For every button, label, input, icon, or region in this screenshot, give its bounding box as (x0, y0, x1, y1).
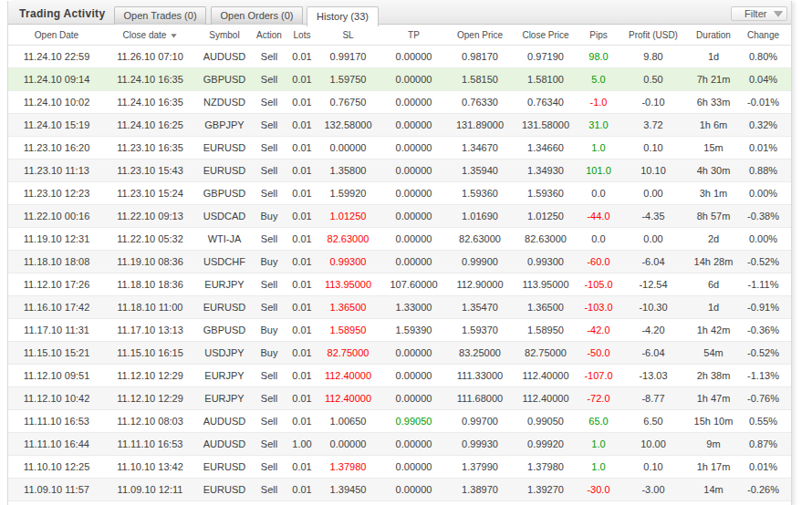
trade-row[interactable]: 11.17.10 11:31 11.17.10 13:13 GBPUSD Buy… (8, 318, 791, 341)
cell-duration: 1d (692, 45, 735, 67)
cell-lots: 0.01 (285, 159, 319, 181)
trade-row[interactable]: 11.11.10 16:53 11.12.10 08:03 AUDUSD Sel… (8, 409, 791, 432)
cell-symbol: AUDUSD (195, 45, 254, 67)
cell-symbol: EURUSD (195, 295, 254, 318)
tab-bar: Trading Activity Open Trades (0) Open Or… (8, 1, 791, 25)
column-header-pips[interactable]: Pips (582, 26, 615, 45)
column-header-change[interactable]: Change (735, 26, 791, 45)
cell-sl: 132.58000 (319, 113, 377, 136)
trade-row[interactable]: 11.12.10 17:26 11.18.10 18:36 EURJPY Sel… (8, 273, 791, 295)
cell-action: Sell (254, 159, 285, 181)
cell-sl: 82.75000 (319, 341, 377, 364)
cell-open-date: 11.09.10 11:57 (8, 478, 105, 500)
cell-change: 0.87% (735, 432, 791, 455)
trade-row[interactable]: 11.09.10 11:57 11.09.10 12:11 EURUSD Sel… (8, 478, 791, 500)
column-header-action[interactable]: Action (254, 26, 285, 45)
cell-lots: 0.01 (285, 250, 319, 273)
column-header-duration[interactable]: Duration (692, 26, 735, 45)
cell-close-price: 131.58000 (509, 113, 582, 136)
trade-row[interactable]: 11.10.10 12:25 11.10.10 13:42 EURUSD Sel… (8, 455, 791, 478)
cell-close-date: 11.23.10 15:43 (105, 159, 195, 181)
cell-sl: 112.40000 (319, 386, 377, 409)
trade-row[interactable]: 11.22.10 00:16 11.22.10 09:13 USDCAD Buy… (8, 204, 791, 227)
cell-action: Sell (254, 90, 285, 113)
trading-activity-panel: Trading Activity Open Trades (0) Open Or… (7, 1, 792, 505)
cell-lots: 0.01 (285, 227, 319, 250)
column-header-symbol[interactable]: Symbol (195, 26, 254, 45)
cell-action: Sell (254, 227, 285, 250)
cell-open-price: 1.37990 (451, 455, 509, 478)
trade-row[interactable]: 11.24.10 22:59 11.26.10 07:10 AUDUSD Sel… (8, 45, 791, 67)
trade-row[interactable]: 11.16.10 17:42 11.18.10 11:00 EURUSD Sel… (8, 295, 791, 318)
trade-row[interactable]: 11.24.10 09:14 11.24.10 16:35 GBPUSD Sel… (8, 67, 791, 90)
cell-sl: 1.37980 (319, 455, 377, 478)
cell-open-date: 11.11.10 16:53 (8, 409, 105, 432)
cell-tp: 0.00000 (377, 90, 451, 113)
cell-open-date: 11.10.10 12:25 (8, 455, 105, 478)
column-header-sl[interactable]: SL (319, 26, 377, 45)
filter-button[interactable]: Filter (731, 6, 787, 21)
cell-change: -0.26% (735, 478, 791, 500)
cell-symbol: USDJPY (195, 341, 254, 364)
cell-open-date: 11.11.10 16:44 (8, 432, 105, 455)
cell-sl: 112.40000 (319, 364, 377, 386)
cell-pips: 31.0 (582, 113, 615, 136)
cell-duration: 3h 1m (692, 181, 735, 204)
trade-row[interactable]: 11.15.10 15:21 11.15.10 16:15 USDJPY Buy… (8, 341, 791, 364)
cell-open-date: 11.24.10 15:19 (8, 113, 105, 136)
cell-open-date: 11.23.10 16:20 (8, 136, 105, 159)
column-header-tp[interactable]: TP (377, 26, 451, 45)
cell-duration: 1h 42m (692, 318, 735, 341)
cell-close-date: 11.18.10 11:00 (105, 295, 195, 318)
trade-row[interactable]: 11.24.10 10:02 11.24.10 16:35 NZDUSD Sel… (8, 90, 791, 113)
cell-change: -0.52% (735, 341, 791, 364)
cell-close-price: 1.39270 (509, 478, 582, 500)
tab-history[interactable]: History (33) (307, 6, 379, 26)
cell-pips: 0.0 (582, 227, 615, 250)
cell-tp: 0.00000 (377, 67, 451, 90)
cell-tp: 0.00000 (377, 386, 451, 409)
column-header-open-price[interactable]: Open Price (451, 26, 509, 45)
tab-open-trades[interactable]: Open Trades (0) (114, 6, 206, 25)
cell-open-price: 111.68000 (451, 386, 509, 409)
trade-row[interactable]: 11.12.10 10:42 11.12.10 12:29 EURJPY Sel… (8, 386, 791, 409)
cell-close-date: 11.12.10 12:29 (105, 364, 195, 386)
cell-sl: 0.76750 (319, 90, 377, 113)
cell-change: 0.04% (735, 67, 791, 90)
cell-profit: 10.10 (615, 159, 692, 181)
chevron-down-icon (774, 11, 783, 17)
cell-tp: 1.33000 (377, 295, 451, 318)
trade-row[interactable]: 11.23.10 12:23 11.23.10 15:24 GBPUSD Sel… (8, 181, 791, 204)
trade-row[interactable]: 11.18.10 18:08 11.19.10 08:36 USDCHF Buy… (8, 250, 791, 273)
cell-duration: 15h 10m (692, 409, 735, 432)
column-header-open-date[interactable]: Open Date (8, 26, 105, 45)
trade-row[interactable]: 11.23.10 11:13 11.23.10 15:43 EURUSD Sel… (8, 159, 791, 181)
cell-close-price: 0.99920 (509, 432, 582, 455)
cell-pips: 1.0 (582, 455, 615, 478)
cell-pips: -60.0 (582, 250, 615, 273)
trade-row[interactable]: 11.11.10 16:44 11.11.10 16:53 AUDUSD Sel… (8, 432, 791, 455)
cell-symbol: GBPUSD (195, 181, 254, 204)
cell-sl: 0.99300 (319, 250, 377, 273)
cell-pips: -30.0 (582, 478, 615, 500)
column-header-lots[interactable]: Lots (285, 26, 319, 45)
cell-tp: 0.00000 (377, 113, 451, 136)
cell-symbol: GBPUSD (195, 318, 254, 341)
cell-open-date: 11.15.10 15:21 (8, 341, 105, 364)
trade-row[interactable]: 11.12.10 09:51 11.12.10 12:29 EURJPY Sel… (8, 364, 791, 386)
trade-row[interactable]: 11.24.10 15:19 11.24.10 16:25 GBPJPY Sel… (8, 113, 791, 136)
cell-open-price: 1.35940 (451, 159, 509, 181)
cell-close-price: 113.95000 (509, 273, 582, 295)
tab-open-orders[interactable]: Open Orders (0) (211, 6, 303, 25)
cell-lots: 0.01 (285, 341, 319, 364)
trade-row[interactable]: 11.19.10 12:31 11.22.10 05:32 WTI-JA Sel… (8, 227, 791, 250)
cell-duration: 54m (692, 341, 735, 364)
column-header-profit[interactable]: Profit (USD) (615, 26, 692, 45)
column-header-close-price[interactable]: Close Price (509, 26, 582, 45)
cell-pips: -105.0 (582, 273, 615, 295)
cell-profit: 0.50 (615, 67, 692, 90)
sort-desc-icon (171, 34, 177, 38)
cell-close-price: 1.36500 (509, 295, 582, 318)
trade-row[interactable]: 11.23.10 16:20 11.23.10 16:35 EURUSD Sel… (8, 136, 791, 159)
column-header-close-date[interactable]: Close date (105, 26, 195, 45)
